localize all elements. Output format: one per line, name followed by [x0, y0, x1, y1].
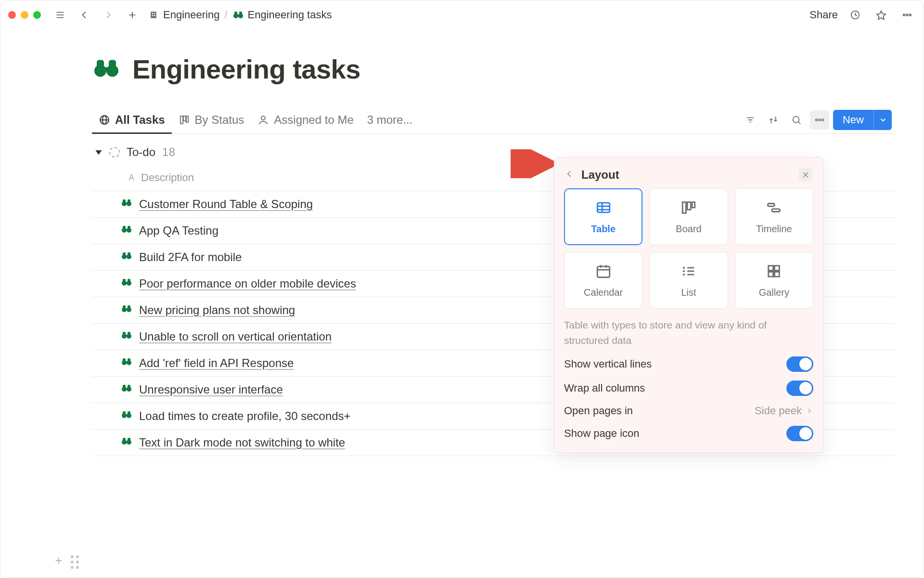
layout-option-calendar[interactable]: Calendar — [564, 252, 642, 309]
bottom-left-controls — [53, 555, 79, 569]
view-tabs-more[interactable]: 3 more... — [360, 113, 420, 127]
nav-back-icon[interactable] — [76, 6, 93, 24]
text-property-icon — [127, 173, 136, 183]
toggle-on[interactable] — [786, 426, 813, 441]
svg-point-26 — [261, 116, 265, 120]
sidebar-toggle-icon[interactable] — [51, 6, 69, 24]
popover-back-icon[interactable] — [565, 169, 575, 181]
option-show-vertical-lines[interactable]: Show vertical lines — [564, 356, 813, 372]
toggle-on[interactable] — [786, 356, 813, 372]
window-close-dot[interactable] — [8, 11, 16, 19]
svg-rect-14 — [154, 15, 155, 16]
row-title: Add 'ref' field in API Response — [139, 356, 294, 370]
window-minimize-dot[interactable] — [21, 11, 28, 19]
layout-option-label: Timeline — [756, 223, 792, 235]
timeline-icon — [766, 199, 782, 218]
option-show-page-icon[interactable]: Show page icon — [564, 426, 813, 441]
new-page-icon[interactable] — [124, 6, 141, 24]
svg-rect-47 — [692, 202, 695, 207]
window-traffic-lights — [8, 11, 41, 19]
breadcrumb-current[interactable]: Engineering tasks — [232, 9, 332, 21]
search-icon[interactable] — [787, 110, 806, 130]
option-value: Side peek — [755, 405, 802, 417]
binoculars-icon — [121, 223, 132, 238]
svg-point-55 — [683, 270, 685, 272]
svg-rect-60 — [769, 265, 773, 270]
svg-rect-10 — [151, 12, 156, 18]
person-icon — [257, 114, 269, 126]
svg-rect-46 — [687, 202, 691, 210]
binoculars-icon — [121, 435, 132, 450]
add-row-icon[interactable] — [53, 555, 64, 569]
more-menu-icon[interactable] — [898, 6, 916, 24]
new-button: New — [833, 110, 892, 130]
option-open-pages-in[interactable]: Open pages in Side peek — [564, 405, 813, 417]
layout-option-list[interactable]: List — [649, 252, 728, 309]
svg-rect-61 — [775, 265, 780, 270]
globe-icon — [99, 114, 110, 126]
option-label: Open pages in — [564, 405, 633, 417]
option-wrap-columns[interactable]: Wrap all columns — [564, 381, 813, 396]
filter-icon[interactable] — [741, 110, 760, 130]
layout-option-label: Board — [676, 223, 701, 235]
layout-option-table[interactable]: Table — [564, 188, 642, 245]
window-zoom-dot[interactable] — [33, 11, 41, 19]
layout-option-board[interactable]: Board — [649, 188, 728, 245]
svg-rect-49 — [772, 209, 780, 211]
layout-option-gallery[interactable]: Gallery — [735, 252, 813, 309]
svg-rect-63 — [775, 272, 780, 276]
page-icon-binoculars[interactable] — [92, 54, 121, 85]
binoculars-icon — [121, 409, 132, 423]
svg-point-34 — [822, 119, 824, 121]
option-label: Show page icon — [564, 427, 640, 440]
favorite-star-icon[interactable] — [873, 6, 890, 24]
svg-rect-41 — [597, 203, 610, 212]
status-todo-icon — [109, 147, 120, 158]
svg-rect-45 — [682, 202, 686, 213]
nav-forward-icon[interactable] — [100, 6, 117, 24]
svg-rect-50 — [597, 266, 610, 277]
svg-rect-11 — [152, 13, 154, 14]
updates-clock-icon[interactable] — [847, 6, 864, 24]
breadcrumb-parent[interactable]: Engineering — [148, 9, 219, 21]
layout-option-timeline[interactable]: Timeline — [735, 188, 813, 245]
view-tab-label: By Status — [195, 113, 244, 127]
layout-description: Table with types to store and view any k… — [564, 317, 813, 348]
binoculars-icon — [121, 197, 132, 211]
row-title: New pricing plans not showing — [139, 303, 295, 317]
sort-icon[interactable] — [764, 110, 783, 130]
view-tab-all-tasks[interactable]: All Tasks — [92, 106, 172, 133]
view-tab-assigned-to-me[interactable]: Assigned to Me — [251, 106, 360, 133]
svg-point-33 — [819, 119, 821, 121]
binoculars-icon — [121, 250, 132, 264]
drag-handle-icon[interactable] — [71, 555, 79, 569]
new-button-label[interactable]: New — [833, 114, 873, 126]
layout-option-label: List — [681, 287, 696, 298]
svg-point-56 — [683, 273, 685, 275]
breadcrumb-parent-label: Engineering — [163, 9, 219, 21]
svg-rect-13 — [152, 15, 154, 16]
svg-point-17 — [903, 14, 905, 16]
view-tab-by-status[interactable]: By Status — [172, 106, 251, 133]
view-tab-label: All Tasks — [115, 113, 165, 127]
view-bar: All Tasks By Status Assigned to Me 3 mor… — [92, 106, 895, 134]
disclosure-triangle-icon[interactable] — [95, 145, 103, 159]
row-title: Poor performance on older mobile devices — [139, 277, 356, 290]
breadcrumb-separator: / — [224, 9, 227, 21]
option-label: Show vertical lines — [564, 358, 652, 370]
table-icon — [595, 199, 612, 218]
page-title[interactable]: Engineering tasks — [132, 53, 360, 85]
toggle-on[interactable] — [786, 381, 813, 396]
new-button-dropdown[interactable] — [873, 110, 892, 130]
calendar-icon — [595, 263, 612, 281]
svg-rect-24 — [183, 116, 186, 121]
view-options-icon[interactable] — [810, 110, 829, 130]
titlebar: Engineering / Engineering tasks Share — [0, 0, 924, 29]
view-tab-label: Assigned to Me — [274, 113, 353, 127]
share-button[interactable]: Share — [809, 9, 838, 21]
binoculars-icon — [121, 303, 132, 317]
building-icon — [148, 9, 159, 21]
board-icon — [680, 199, 697, 218]
row-title: Customer Round Table & Scoping — [139, 197, 313, 211]
popover-close-icon[interactable] — [799, 168, 812, 182]
